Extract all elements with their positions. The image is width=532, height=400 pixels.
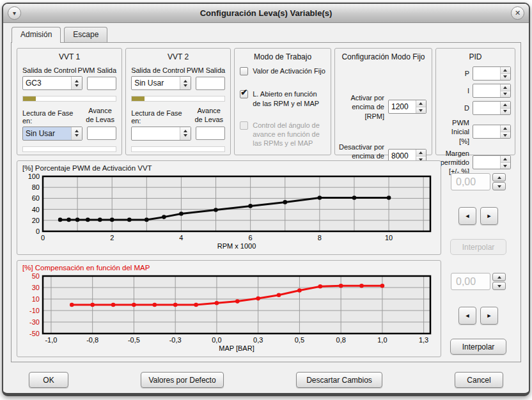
pid-d-value[interactable] bbox=[473, 102, 500, 114]
pwm-salida-label: PWM Salida bbox=[187, 66, 226, 74]
chart2-interpolar-button[interactable]: Interpolar bbox=[450, 339, 506, 355]
close-button[interactable]: ✕ bbox=[511, 6, 524, 20]
spin-down-icon[interactable] bbox=[501, 132, 510, 139]
pwm-inicial-value[interactable] bbox=[473, 125, 500, 138]
pid-p-spinbox[interactable] bbox=[473, 66, 511, 81]
chart1-next-button[interactable]: ► bbox=[480, 207, 498, 225]
pwm-salida-field-vvt2[interactable] bbox=[196, 77, 225, 90]
arrow-right-icon: ► bbox=[487, 213, 492, 219]
activar-value[interactable] bbox=[389, 100, 416, 113]
chart2-controls: ◄ ► Interpolar bbox=[441, 260, 515, 357]
phase-bar-vvt2 bbox=[131, 146, 225, 152]
spin-down-icon[interactable] bbox=[416, 107, 426, 114]
spin-down-icon[interactable] bbox=[501, 91, 510, 98]
spin-up-icon[interactable] bbox=[492, 173, 506, 181]
svg-text:0,0: 0,0 bbox=[212, 336, 221, 344]
activar-spinbox[interactable] bbox=[388, 100, 426, 114]
window-title: Configuración Leva(s) Variable(s) bbox=[3, 8, 529, 18]
svg-text:0,5: 0,5 bbox=[295, 336, 304, 344]
combo-value bbox=[132, 127, 180, 140]
spin-down-icon[interactable] bbox=[492, 282, 506, 290]
svg-text:6: 6 bbox=[249, 234, 253, 242]
chart2-value-field[interactable] bbox=[451, 273, 490, 290]
chart2-next-button[interactable]: ► bbox=[480, 307, 498, 325]
pid-i-spinbox[interactable] bbox=[473, 84, 511, 98]
option-lazo-abierto-rpm-map[interactable]: ✔ L. Abierto en función de las RPM y el … bbox=[240, 89, 325, 108]
svg-text:50: 50 bbox=[32, 273, 40, 280]
spin-down-icon[interactable] bbox=[501, 74, 510, 81]
descartar-cambios-button[interactable]: Descartar Cambios bbox=[296, 372, 382, 388]
spinner-arrows-icon[interactable] bbox=[71, 127, 82, 140]
spin-up-icon[interactable] bbox=[501, 125, 510, 132]
cancel-button[interactable]: Cancel bbox=[455, 372, 503, 388]
lectura-combo-vvt1[interactable]: Sin Usar bbox=[22, 127, 82, 141]
tab-escape[interactable]: Escape bbox=[64, 27, 107, 42]
combo-value: Sin Usar bbox=[23, 127, 71, 140]
svg-text:-0,3: -0,3 bbox=[169, 336, 182, 344]
arrow-left-icon: ◄ bbox=[465, 213, 471, 219]
chart1-value-field[interactable] bbox=[451, 173, 490, 190]
salida-combo-vvt1[interactable]: GC3 bbox=[22, 76, 82, 90]
pwm-inicial-label: PWM Inicial [%] bbox=[440, 118, 469, 146]
valores-por-defecto-button[interactable]: Valores por Defecto bbox=[141, 372, 224, 388]
tab-content: VVT 1 Salida de Control PWM Salida GC3 L… bbox=[11, 42, 521, 362]
chart1-value-spinbox[interactable] bbox=[451, 173, 506, 190]
svg-text:0,3: 0,3 bbox=[253, 336, 263, 344]
group-title: PID bbox=[440, 52, 511, 61]
svg-text:4: 4 bbox=[179, 234, 183, 242]
svg-text:0,8: 0,8 bbox=[336, 336, 346, 344]
group-title: Configuración Modo Fijo bbox=[339, 52, 428, 61]
option-label: Control del ángulo de avance en función … bbox=[253, 121, 325, 148]
phase-bar-vvt1 bbox=[22, 146, 116, 152]
chart1-prev-button[interactable]: ◄ bbox=[458, 207, 476, 225]
spin-up-icon[interactable] bbox=[501, 84, 510, 91]
chart1-plot[interactable]: 0204060801000246810RPM x 1000 bbox=[21, 173, 437, 251]
group-title: VVT 1 bbox=[21, 52, 118, 61]
chart1-interpolar-button: Interpolar bbox=[450, 239, 506, 255]
avance-levas-label: Avance de Levas bbox=[192, 107, 225, 125]
pwm-inicial-spinbox[interactable] bbox=[473, 125, 511, 139]
svg-text:10: 10 bbox=[385, 234, 393, 242]
svg-text:40: 40 bbox=[32, 206, 40, 213]
pid-d-spinbox[interactable] bbox=[473, 101, 511, 115]
group-vvt2: VVT 2 Salida de Control PWM Salida Sin U… bbox=[125, 48, 231, 155]
svg-text:80: 80 bbox=[32, 183, 40, 191]
tab-admision[interactable]: Admisión bbox=[12, 27, 61, 43]
option-valor-activacion-fijo[interactable]: Valor de Activación Fijo bbox=[240, 66, 325, 75]
pid-p-value[interactable] bbox=[473, 67, 500, 80]
spin-up-icon[interactable] bbox=[416, 150, 426, 157]
spin-up-icon[interactable] bbox=[416, 100, 426, 107]
checkbox-unchecked-icon[interactable] bbox=[240, 67, 248, 75]
pid-i-value[interactable] bbox=[473, 84, 500, 97]
ok-button[interactable]: OK bbox=[29, 372, 68, 388]
svg-text:1,3: 1,3 bbox=[419, 336, 428, 344]
salida-de-control-label: Salida de Control bbox=[131, 66, 185, 74]
chart2-plot[interactable]: -50-30-10103050-1,0-0,8-0,5-0,30,00,30,5… bbox=[21, 273, 437, 353]
window-menu-button[interactable]: ▾ bbox=[8, 6, 21, 20]
checkbox-checked-icon[interactable]: ✔ bbox=[240, 90, 248, 98]
pwm-salida-field-vvt1[interactable] bbox=[87, 77, 116, 90]
spinner-arrows-icon[interactable] bbox=[71, 77, 82, 89]
arrow-left-icon: ◄ bbox=[465, 312, 471, 319]
chart2-row: [%] Compensación en función del MAP -50-… bbox=[17, 260, 515, 357]
avance-levas-field-vvt2[interactable] bbox=[196, 127, 225, 140]
salida-combo-vvt2[interactable]: Sin Usar bbox=[131, 76, 191, 90]
chart2-prev-button[interactable]: ◄ bbox=[458, 307, 476, 325]
spinner-arrows-icon[interactable] bbox=[180, 127, 191, 140]
dialog-window: ▾ Configuración Leva(s) Variable(s) ✕ Ad… bbox=[2, 3, 530, 396]
svg-text:10: 10 bbox=[32, 295, 40, 303]
avance-levas-field-vvt1[interactable] bbox=[87, 127, 116, 140]
spinner-arrows-icon[interactable] bbox=[180, 77, 191, 89]
salida-de-control-label: Salida de Control bbox=[22, 66, 76, 74]
spin-up-icon[interactable] bbox=[501, 102, 510, 109]
svg-text:8: 8 bbox=[318, 234, 322, 242]
spin-up-icon[interactable] bbox=[492, 273, 506, 281]
spin-down-icon[interactable] bbox=[501, 109, 510, 115]
svg-text:2: 2 bbox=[110, 234, 114, 242]
chart1-group: [%] Porcentaje PWM de Activación VVT 020… bbox=[17, 160, 441, 255]
spin-up-icon[interactable] bbox=[501, 67, 510, 74]
chart2-value-spinbox[interactable] bbox=[451, 273, 506, 290]
lectura-combo-vvt2[interactable] bbox=[131, 127, 191, 141]
spin-down-icon[interactable] bbox=[492, 182, 506, 190]
svg-text:RPM x 1000: RPM x 1000 bbox=[217, 242, 256, 250]
